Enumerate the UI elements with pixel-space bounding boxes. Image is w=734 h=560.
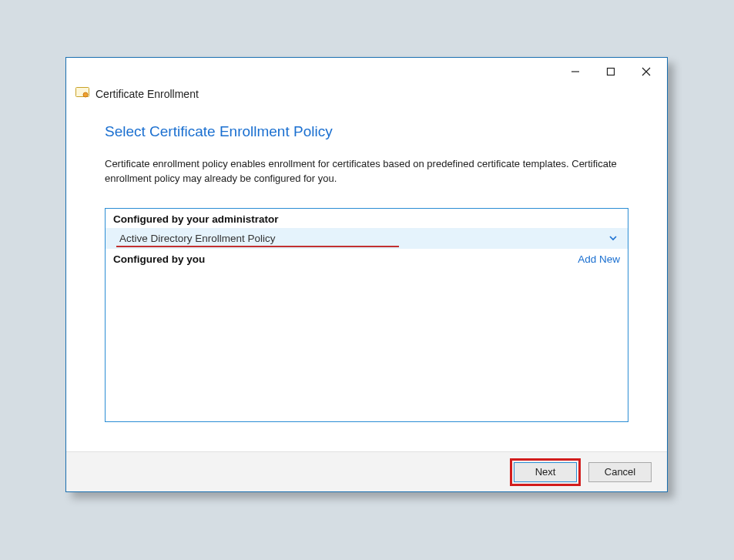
wizard-window: Certificate Enrollment Select Certificat… [65, 57, 668, 492]
user-section-label: Configured by you [113, 253, 205, 265]
certificate-icon [75, 87, 89, 100]
wizard-footer: Next Cancel [66, 451, 667, 491]
page-heading: Select Certificate Enrollment Policy [105, 123, 628, 140]
close-icon [642, 67, 651, 76]
policy-row-ad[interactable]: Active Directory Enrollment Policy [106, 228, 628, 249]
add-new-link[interactable]: Add New [578, 253, 620, 265]
next-button-highlight: Next [510, 458, 581, 486]
minimize-button[interactable] [558, 60, 593, 83]
policy-list: Configured by your administrator Active … [105, 208, 628, 422]
admin-section-label: Configured by your administrator [113, 213, 279, 225]
wizard-header: Certificate Enrollment [66, 86, 667, 105]
user-section-header: Configured by you Add New [106, 249, 628, 268]
wizard-title: Certificate Enrollment [96, 88, 199, 100]
maximize-icon [606, 67, 615, 76]
next-button[interactable]: Next [514, 462, 577, 482]
close-button[interactable] [628, 60, 664, 83]
admin-section-header: Configured by your administrator [106, 209, 628, 228]
cancel-button[interactable]: Cancel [588, 462, 652, 482]
wizard-content: Select Certificate Enrollment Policy Cer… [66, 105, 667, 208]
minimize-icon [571, 67, 580, 76]
svg-rect-1 [608, 69, 615, 75]
chevron-down-icon [609, 233, 617, 243]
page-description: Certificate enrollment policy enables en… [105, 157, 628, 186]
svg-point-5 [83, 92, 88, 97]
policy-name: Active Directory Enrollment Policy [119, 233, 276, 244]
maximize-button[interactable] [593, 60, 628, 83]
titlebar [66, 58, 667, 86]
